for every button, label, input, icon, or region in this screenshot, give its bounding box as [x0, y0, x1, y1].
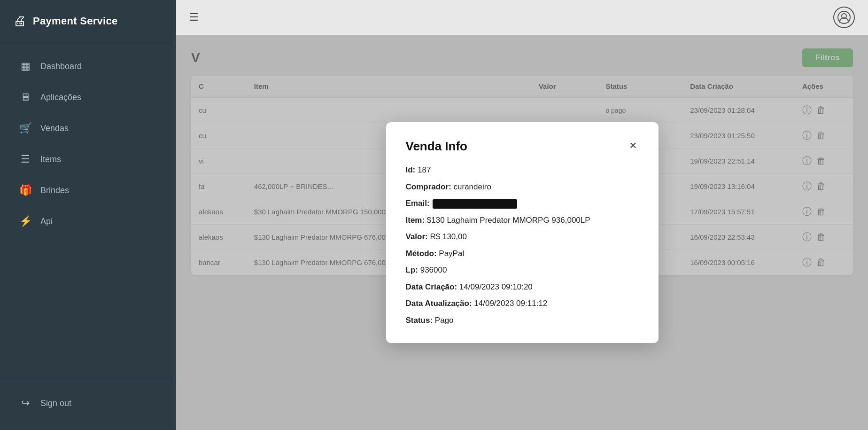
topbar: ☰: [176, 0, 868, 35]
sidebar-item-dashboard[interactable]: ▦ Dashboard: [4, 52, 172, 81]
dashboard-icon: ▦: [19, 60, 32, 72]
modal-body: Id: 187 Comprador: curandeiro Email: Ite…: [406, 164, 639, 326]
sidebar-title: Payment Service: [33, 15, 118, 27]
sidebar-item-brindes[interactable]: 🎁 Brindes: [4, 176, 172, 205]
venda-info-modal: Venda Info × Id: 187 Comprador: curandei…: [386, 122, 659, 343]
sidebar-item-label-signout: Sign out: [40, 399, 71, 408]
modal-item-row: Item: $130 Laghaim Predator MMORPG 936,0…: [406, 214, 639, 227]
topbar-right: [833, 7, 855, 28]
sidebar-item-vendas[interactable]: 🛒 Vendas: [4, 114, 172, 143]
brindes-icon: 🎁: [19, 184, 32, 196]
sidebar-nav: ▦ Dashboard 🖥 Aplicações 🛒 Vendas ☰ Item…: [0, 42, 176, 379]
modal-email-label: Email:: [406, 199, 430, 208]
modal-valor-value: R$ 130,00: [430, 232, 466, 241]
sidebar-item-aplicacoes[interactable]: 🖥 Aplicações: [4, 83, 172, 112]
modal-comprador-row: Comprador: curandeiro: [406, 181, 639, 193]
vendas-icon: 🛒: [19, 122, 32, 134]
sidebar-item-items[interactable]: ☰ Items: [4, 145, 172, 174]
modal-metodo-value: PayPal: [439, 249, 464, 258]
modal-title: Venda Info: [406, 139, 467, 154]
topbar-left: ☰: [189, 11, 199, 23]
hamburger-icon[interactable]: ☰: [189, 11, 199, 23]
main-content: ☰ V Filtros C Item V: [176, 0, 868, 430]
modal-id-row: Id: 187: [406, 164, 639, 176]
sidebar-item-label-api: Api: [40, 217, 53, 227]
modal-data-criacao-row: Data Criação: 14/09/2023 09:10:20: [406, 281, 639, 293]
modal-email-value: [433, 199, 517, 209]
modal-status-row: Status: Pago: [406, 314, 639, 327]
sidebar-item-label-vendas: Vendas: [40, 124, 69, 133]
modal-data-atualizacao-row: Data Atualização: 14/09/2023 09:11:12: [406, 297, 639, 310]
modal-data-criacao-label: Data Criação:: [406, 282, 457, 291]
user-avatar[interactable]: [833, 7, 855, 28]
modal-close-button[interactable]: ×: [628, 139, 638, 151]
sidebar-bottom: ↪ Sign out: [0, 379, 176, 430]
modal-status-value: Pago: [435, 316, 454, 325]
sidebar-item-label-dashboard: Dashboard: [40, 62, 82, 71]
sidebar-item-api[interactable]: ⚡ Api: [4, 207, 172, 236]
signout-icon: ↪: [19, 397, 32, 409]
modal-id-value: 187: [418, 165, 431, 174]
sidebar-item-label-brindes: Brindes: [40, 186, 69, 195]
modal-metodo-row: Método: PayPal: [406, 248, 639, 260]
modal-valor-label: Valor:: [406, 232, 428, 241]
modal-id-label: Id:: [406, 165, 416, 174]
items-icon: ☰: [19, 153, 32, 165]
modal-item-label: Item:: [406, 216, 425, 225]
page-content: V Filtros C Item Valor Status Data Criaç…: [176, 35, 868, 430]
modal-data-atualizacao-value: 14/09/2023 09:11:12: [474, 299, 547, 308]
modal-lp-value: 936000: [420, 266, 447, 274]
sidebar-item-signout[interactable]: ↪ Sign out: [4, 389, 172, 418]
sidebar: 🖨 Payment Service ▦ Dashboard 🖥 Aplicaçõ…: [0, 0, 176, 430]
modal-overlay[interactable]: Venda Info × Id: 187 Comprador: curandei…: [176, 35, 868, 430]
modal-data-criacao-value: 14/09/2023 09:10:20: [459, 282, 533, 291]
modal-header: Venda Info ×: [406, 139, 639, 154]
modal-item-value: $130 Laghaim Predator MMORPG 936,000LP: [427, 216, 590, 225]
sidebar-item-label-aplicacoes: Aplicações: [40, 93, 81, 102]
modal-comprador-label: Comprador:: [406, 182, 451, 191]
sidebar-header: 🖨 Payment Service: [0, 0, 176, 42]
modal-data-atualizacao-label: Data Atualização:: [406, 299, 472, 308]
modal-email-row: Email:: [406, 197, 639, 210]
aplicacoes-icon: 🖥: [19, 91, 32, 103]
modal-status-label: Status:: [406, 316, 433, 325]
sidebar-item-label-items: Items: [40, 155, 61, 164]
modal-valor-row: Valor: R$ 130,00: [406, 231, 639, 243]
modal-lp-label: Lp:: [406, 266, 418, 274]
api-icon: ⚡: [19, 215, 32, 227]
modal-lp-row: Lp: 936000: [406, 264, 639, 276]
modal-metodo-label: Método:: [406, 249, 437, 258]
modal-comprador-value: curandeiro: [454, 182, 491, 191]
register-icon: 🖨: [13, 13, 26, 29]
